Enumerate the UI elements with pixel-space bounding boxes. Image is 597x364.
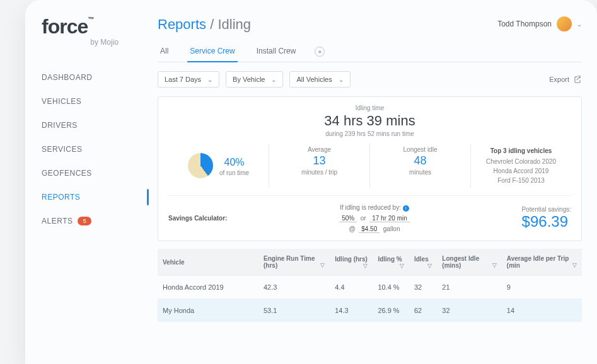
table-cell: 62 (409, 299, 437, 322)
chevron-down-icon: ⌄ (577, 21, 582, 28)
summary-top-vehicles: Top 3 idling vehicles Chevrolet Colorado… (470, 144, 571, 188)
idling-summary-card: Idling time 34 hrs 39 mins during 239 hr… (158, 96, 582, 241)
summary-longest-label: Longest idle (403, 146, 438, 153)
sidebar-item-vehicles[interactable]: VEHICLES (42, 89, 149, 113)
summary-top-label: Top 3 idling vehicles (477, 146, 565, 156)
info-icon[interactable]: i (403, 205, 409, 212)
summary-longest: Longest idle 48 minutes (369, 144, 470, 188)
user-menu[interactable]: Todd Thompson ⌄ (497, 16, 582, 31)
tab-install-crew[interactable]: Install Crew (254, 42, 299, 62)
savings-potential-label: Potential savings: (522, 206, 571, 213)
avatar (557, 16, 572, 31)
table-cell: 32 (437, 299, 502, 322)
summary-value: 34 hrs 39 mins (168, 113, 571, 129)
column-label: Engine Run Time (hrs) (264, 255, 315, 269)
sidebar-item-alerts[interactable]: ALERTS5 (42, 209, 149, 233)
column-header[interactable]: Average Idle per Trip (min▽ (502, 249, 582, 276)
tab-all[interactable]: All (158, 42, 171, 62)
sidebar-item-label: VEHICLES (42, 97, 81, 106)
column-header[interactable]: Idling (hrs)▽ (330, 249, 373, 276)
sidebar-item-services[interactable]: SERVICES (42, 137, 149, 161)
filter-group-by-label: By Vehicle (233, 76, 265, 83)
table-cell: 53.1 (258, 299, 330, 322)
column-label: Idling (hrs) (335, 256, 368, 263)
filter-icon[interactable]: ▽ (320, 262, 325, 268)
savings-or: or (361, 215, 366, 222)
column-header[interactable]: Idling %▽ (373, 249, 409, 276)
column-header[interactable]: Engine Run Time (hrs)▽ (258, 249, 330, 276)
tab-service-crew[interactable]: Service Crew (187, 42, 237, 62)
filter-icon[interactable]: ▽ (363, 263, 368, 269)
breadcrumb-current: Idling (217, 16, 251, 32)
table-cell: 14.3 (330, 299, 373, 322)
sidebar-item-geofences[interactable]: GEOFENCES (42, 161, 149, 185)
export-button[interactable]: Export (549, 75, 582, 84)
brand-byline: by Mojio (42, 38, 149, 47)
report-tabs: AllService CrewInstall Crew+ (158, 42, 582, 62)
savings-price-input[interactable]: $4.50 (359, 225, 380, 233)
column-label: Idles (414, 256, 429, 263)
alerts-badge: 5 (78, 217, 91, 225)
top-vehicle-2: Honda Accord 2019 (477, 166, 565, 176)
pie-chart-icon (188, 153, 213, 178)
savings-calculator: Savings Calculator: If idling is reduced… (168, 195, 571, 234)
sidebar-item-label: DRIVERS (42, 121, 78, 130)
column-label: Vehicle (163, 259, 184, 266)
table-cell: 42.3 (258, 276, 330, 299)
column-header[interactable]: Longest Idle (mins)▽ (437, 249, 502, 276)
filter-group-by[interactable]: By Vehicle ⌄ (226, 71, 283, 88)
summary-longest-unit: minutes (409, 169, 431, 176)
summary-pct: 40% (219, 157, 249, 168)
export-icon (573, 75, 582, 84)
filter-icon[interactable]: ▽ (427, 263, 432, 269)
column-label: Idling % (378, 256, 402, 263)
sidebar-item-drivers[interactable]: DRIVERS (42, 113, 149, 137)
table-cell: 9 (502, 276, 582, 299)
table-cell: 32 (409, 276, 437, 299)
sidebar-item-label: ALERTS (42, 217, 72, 225)
savings-potential: Potential savings: $96.39 (522, 206, 571, 230)
savings-at: @ (349, 225, 355, 232)
table-cell: My Honda (158, 299, 258, 322)
user-name: Todd Thompson (497, 20, 552, 28)
filter-icon[interactable]: ▽ (492, 262, 497, 268)
summary-label: Idling time (168, 105, 571, 111)
summary-average-unit: minutes / trip (301, 169, 337, 176)
add-tab-button[interactable]: + (315, 47, 325, 57)
brand-name: force (42, 15, 88, 38)
summary-average: Average 13 minutes / trip (269, 144, 369, 188)
column-header[interactable]: Vehicle (158, 249, 258, 276)
sidebar-item-reports[interactable]: REPORTS (42, 185, 149, 209)
table-cell: 14 (502, 299, 582, 322)
table-cell: 21 (437, 276, 502, 299)
chevron-down-icon: ⌄ (271, 76, 276, 83)
filter-icon[interactable]: ▽ (572, 262, 577, 268)
table-cell: Honda Accord 2019 (158, 276, 258, 299)
table-cell: 26.9 % (373, 299, 409, 322)
savings-reduce-time-input[interactable]: 17 hr 20 min (369, 215, 410, 222)
savings-title: Savings Calculator: (168, 215, 227, 222)
table-cell: 10.4 % (373, 276, 409, 299)
filter-icon[interactable]: ▽ (400, 263, 404, 269)
summary-longest-value: 48 (376, 154, 464, 168)
savings-reduced-label: If idling is reduced by: (340, 204, 401, 211)
summary-subtext: during 239 hrs 52 mins run time (168, 130, 571, 137)
brand-logo: force™ by Mojio (42, 16, 149, 47)
filter-vehicles[interactable]: All Vehicles ⌄ (289, 71, 350, 88)
sidebar-nav: DASHBOARDVEHICLESDRIVERSSERVICESGEOFENCE… (42, 65, 149, 233)
filter-date-range[interactable]: Last 7 Days ⌄ (158, 71, 219, 88)
top-vehicle-1: Chevrolet Colorado 2020 (477, 157, 565, 166)
table-row[interactable]: My Honda53.114.326.9 %623214 (158, 299, 582, 322)
savings-reduce-pct-input[interactable]: 50% (339, 215, 357, 222)
sidebar-item-label: SERVICES (42, 145, 82, 154)
summary-average-label: Average (308, 146, 331, 153)
column-header[interactable]: Idles▽ (409, 249, 437, 276)
sidebar-item-label: GEOFENCES (42, 169, 92, 178)
sidebar-item-dashboard[interactable]: DASHBOARD (42, 65, 149, 89)
table-row[interactable]: Honda Accord 201942.34.410.4 %32219 (158, 276, 582, 299)
breadcrumb-root[interactable]: Reports (158, 16, 206, 32)
chevron-down-icon: ⌄ (207, 76, 212, 83)
column-label: Average Idle per Trip (min (507, 255, 569, 269)
summary-average-value: 13 (275, 154, 363, 168)
sidebar-item-label: REPORTS (42, 193, 80, 202)
